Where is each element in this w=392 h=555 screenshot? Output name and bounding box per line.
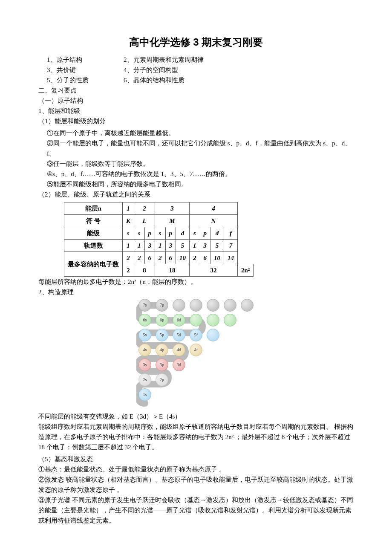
item-heading: 2、构造原理 <box>38 287 354 297</box>
page-title: 高中化学选修 3 期末复习刚要 <box>38 34 354 50</box>
table-cell: 4 <box>190 202 238 215</box>
table-cell: 3 <box>165 240 176 252</box>
table-cell: 32 <box>190 264 238 277</box>
table-header: 能级 <box>64 227 123 240</box>
aufbau-diagram: 7s7p6s6p6d5s5p5d5f4s4p4d4f3s3p3d2s2p1s <box>136 299 264 410</box>
body-text: 能级组序数对应着元素周期表的周期序数，能级组原子轨道所容纳电子数目对应着每个周期… <box>38 422 354 452</box>
table-cell: L <box>134 215 155 227</box>
table-header: 最多容纳的电子数 <box>64 252 123 277</box>
table-cell: 1 <box>155 240 166 252</box>
item-heading: 1、能层和能级 <box>38 106 354 116</box>
body-text: 不同能层的能级有交错现象，如 E（3d）＞E（4s） <box>38 411 354 422</box>
table-cell: p <box>144 227 155 240</box>
body-text: 每能层所容纳的最多电子数是：2n²（n：能层的序数）。 <box>38 277 354 287</box>
table-cell: 5 <box>176 240 190 252</box>
bullet-list: ①在同一个原子中，离核越近能层能量越低。 ②同一个能层的电子，能量也可能不同，还… <box>47 128 354 189</box>
item-subheading: （5）基态和激发态 <box>38 454 354 464</box>
table-cell: s <box>134 227 145 240</box>
table-cell: 2 <box>123 252 134 264</box>
table-cell: 10 <box>176 252 190 264</box>
topic-item: 3、共价键 <box>47 65 124 75</box>
table-cell: 7 <box>224 240 238 252</box>
subsection-heading: （一）原子结构 <box>38 95 354 106</box>
table-cell: 2 <box>155 252 166 264</box>
topic-item: 5、分子的性质 <box>47 75 124 85</box>
topic-item: 2、元素周期表和元素周期律 <box>124 55 204 65</box>
table-cell: 1 <box>134 240 145 252</box>
table-cell: 18 <box>155 264 190 277</box>
bullet-item: ④s、p、d、f……可容纳的电子数依次是 1、3、5、7……的两倍。 <box>47 169 354 179</box>
table-cell: 8 <box>134 264 155 277</box>
table-cell: 1 <box>190 240 200 252</box>
table-header: 轨道数 <box>64 240 123 252</box>
table-cell: s <box>123 227 134 240</box>
table-cell: d <box>210 227 224 240</box>
table-cell: 2 <box>134 202 155 215</box>
table-cell: 14 <box>224 252 238 264</box>
orbital-table-wrap: 能层n 1 2 3 4 符 号 K L M N 能级 s s p s p d s… <box>64 202 354 277</box>
table-cell: s <box>190 227 200 240</box>
table-cell: 2n² <box>238 264 254 277</box>
table-cell: K <box>123 215 134 227</box>
body-text: ①基态：最低能量状态。处于最低能量状态的原子称为基态原子 。 <box>38 464 354 474</box>
table-cell: p <box>165 227 176 240</box>
bullet-item: ⑤能层不同能级相同，所容纳的最多电子数相同。 <box>47 179 354 189</box>
table-cell: 3 <box>200 240 210 252</box>
table-cell: 1 <box>123 202 134 215</box>
table-cell: 10 <box>210 252 224 264</box>
table-cell: 3 <box>155 202 190 215</box>
topic-list: 1、原子结构2、元素周期表和元素周期律 3、共价键4、分子的空间构型 5、分子的… <box>47 55 354 85</box>
table-cell: p <box>200 227 210 240</box>
table-cell: f <box>224 227 238 240</box>
table-cell: 2 <box>190 252 200 264</box>
table-header: 符 号 <box>64 215 123 227</box>
body-text: ③原子光谱 不同元素的原子发生电子跃迁时会吸收（基态→激发态）和放出（激发态→较… <box>38 495 354 526</box>
bullet-item: ③任一能层，能级数等于能层序数。 <box>47 159 354 169</box>
table-cell: 6 <box>200 252 210 264</box>
table-header: 能层n <box>64 202 123 215</box>
table-cell: 3 <box>144 240 155 252</box>
table-cell: 5 <box>210 240 224 252</box>
bullet-item: ②同一个能层的电子，能量也可能不同，还可以把它们分成能级 s、p、d、f，能量由… <box>47 138 354 159</box>
table-cell: M <box>155 215 190 227</box>
orbital-table: 能层n 1 2 3 4 符 号 K L M N 能级 s s p s p d s… <box>64 202 254 277</box>
topic-item: 1、原子结构 <box>47 55 124 65</box>
table-cell: 6 <box>165 252 176 264</box>
body-text: ②激发态 较高能量状态（相对基态而言）。基态原子的电子吸收能量后，电子跃迁至较高… <box>38 474 354 495</box>
table-cell: 6 <box>144 252 155 264</box>
table-cell: 2 <box>134 252 145 264</box>
table-cell: s <box>155 227 166 240</box>
table-cell: d <box>176 227 190 240</box>
table-cell: 2 <box>123 264 134 277</box>
table-cell: N <box>190 215 238 227</box>
topic-item: 6、晶体的结构和性质 <box>124 75 184 85</box>
section-heading: 二、复习要点 <box>38 85 354 95</box>
bullet-item: ①在同一个原子中，离核越近能层能量越低。 <box>47 128 354 138</box>
topic-item: 4、分子的空间构型 <box>124 65 178 75</box>
table-cell: 1 <box>123 240 134 252</box>
item-subheading: （1）能层和能级的划分 <box>38 116 354 126</box>
item-subheading: （2）能层、能级、原子轨道之间的关系 <box>38 189 354 199</box>
